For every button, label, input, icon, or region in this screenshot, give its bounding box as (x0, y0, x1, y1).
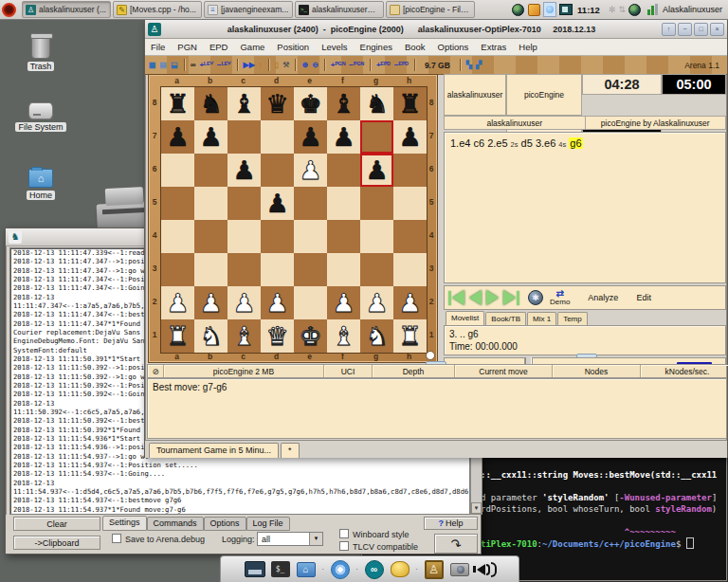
black-knight-piece[interactable]: ♞ (365, 87, 388, 120)
menu-extras[interactable]: Extras (481, 42, 506, 52)
chess-board[interactable]: abcdefgh abcdefgh 87654321 87654321 ♜♞♝♛… (148, 74, 438, 363)
square-e6[interactable]: ♟ (294, 154, 327, 187)
board-icon[interactable]: ▦ (149, 62, 156, 69)
square-f5[interactable] (327, 187, 360, 220)
taskbar-window-button[interactable]: >_alaskalinuxuser@... (295, 1, 384, 18)
square-c1[interactable]: ♝ (228, 319, 261, 353)
white-bishop-piece[interactable]: ♝ (332, 319, 355, 353)
menu-options[interactable]: Options (438, 42, 469, 52)
winboard-style-checkbox[interactable]: Winboard style (339, 529, 410, 539)
maximize-button[interactable]: □ (694, 23, 708, 36)
clock[interactable]: 11:12 (577, 5, 600, 15)
first-move-button[interactable] (448, 288, 464, 307)
menu-help[interactable]: Help (519, 42, 537, 52)
checkbox-icon[interactable] (112, 534, 121, 543)
black-pawn-piece[interactable]: ♟ (232, 154, 255, 187)
minus-epd-icon[interactable]: −ᴱᴾᴰ (394, 62, 409, 69)
square-a8[interactable]: ♜ (161, 87, 194, 120)
square-g7[interactable] (360, 120, 393, 154)
white-pawn-piece[interactable]: ♟ (332, 286, 355, 319)
square-a7[interactable]: ♟ (161, 120, 194, 154)
square-f4[interactable] (327, 220, 360, 253)
square-c7[interactable] (228, 120, 261, 154)
square-d5[interactable]: ♟ (261, 187, 294, 220)
dock-volume-icon[interactable] (475, 559, 496, 580)
square-a4[interactable] (161, 220, 194, 253)
square-d1[interactable]: ♛ (261, 319, 294, 353)
black-pawn-piece[interactable]: ♟ (265, 187, 288, 220)
white-pawn-piece[interactable]: ♟ (199, 286, 222, 319)
white-bishop-piece[interactable]: ♝ (232, 319, 255, 353)
debug-tab-commands[interactable]: Commands (147, 517, 204, 531)
board-squares[interactable]: ♜♞♝♛♚♝♞♜♟♟♟♟♟♟♟♟♟♟♟♟♟♟♟♟♜♞♝♛♚♝♞♜ (160, 86, 428, 354)
menu-engines[interactable]: Engines (360, 42, 392, 52)
white-pawn-piece[interactable]: ♟ (265, 286, 288, 319)
square-c2[interactable]: ♟ (228, 286, 261, 319)
clear-button[interactable]: Clear (13, 517, 100, 531)
square-f2[interactable]: ♟ (327, 286, 360, 319)
dock-arduino-icon[interactable]: ∞ (364, 559, 385, 580)
menu-book[interactable]: Book (405, 42, 426, 52)
save-to-arena-checkbox[interactable]: Save to Arena.debug (112, 534, 205, 544)
autoplay-clock-icon[interactable]: ✱ (528, 290, 543, 305)
debug-tab-options[interactable]: Options (204, 517, 246, 531)
taskbar-username[interactable]: Alaskalinuxuser (663, 5, 722, 14)
updown-icon[interactable]: ↕ (259, 62, 263, 69)
open-icon[interactable]: ▤ (160, 62, 168, 69)
white-knight-piece[interactable]: ♞ (199, 319, 222, 353)
white-rook-piece[interactable]: ♜ (398, 319, 421, 353)
layout-grid2-icon[interactable]: ▞ (476, 62, 482, 69)
square-h7[interactable]: ♟ (393, 120, 427, 154)
desktop-icon-file-system[interactable]: File System (8, 102, 74, 132)
autoplay-icon[interactable]: ▶▶ (244, 62, 255, 69)
square-g6[interactable]: ♟ (360, 154, 393, 187)
network-bars-icon[interactable] (647, 4, 658, 15)
redo-arrow-button[interactable]: ↷ (434, 534, 478, 554)
close-button[interactable]: × (710, 23, 724, 36)
menu-file[interactable]: File (151, 42, 165, 52)
tab-mix-1[interactable]: Mix 1 (527, 312, 556, 325)
square-d3[interactable] (261, 253, 294, 286)
square-d8[interactable]: ♛ (261, 87, 294, 120)
square-f3[interactable] (327, 253, 360, 286)
square-e3[interactable] (294, 253, 327, 286)
demo-button[interactable]: ⇄ Demo (550, 289, 570, 306)
black-rook-piece[interactable]: ♜ (166, 87, 189, 120)
square-g3[interactable] (360, 253, 393, 286)
menu-epd[interactable]: EPD (209, 42, 228, 52)
analyze-button[interactable]: Analyze (588, 293, 618, 302)
square-h3[interactable] (393, 253, 427, 286)
white-knight-piece[interactable]: ♞ (365, 319, 388, 353)
engine-column-1[interactable]: picoEngine 2 MB (164, 365, 324, 377)
zoom-in-icon[interactable]: ⊕ (301, 62, 308, 69)
taskbar-window-button[interactable]: [picoEngine - File ... (386, 1, 475, 18)
edit-button[interactable]: Edit (636, 293, 651, 302)
previous-move-button[interactable] (469, 288, 482, 307)
white-pawn-piece[interactable]: ♟ (299, 154, 321, 187)
engine-column-5[interactable]: Nodes (553, 365, 641, 377)
layout-grid-icon[interactable]: ▚ (466, 62, 472, 69)
square-f6[interactable] (327, 154, 360, 187)
engine-column-0[interactable]: ⊘ (148, 365, 164, 377)
menu-position[interactable]: Position (277, 42, 309, 52)
square-d4[interactable] (261, 220, 294, 253)
square-f7[interactable]: ♟ (327, 120, 360, 154)
black-pawn-piece[interactable]: ♟ (299, 120, 321, 154)
checkbox-icon[interactable] (339, 529, 349, 538)
square-e8[interactable]: ♚ (294, 87, 327, 120)
black-knight-piece[interactable]: ♞ (199, 87, 222, 120)
move-list[interactable]: 1.e4 c6 2.e5 2s d5 3.e6 4s g6 (444, 132, 726, 283)
help-button[interactable]: ?Help (424, 517, 478, 530)
square-e5[interactable] (294, 187, 327, 220)
desktop-icon-trash[interactable]: Trash (8, 36, 74, 71)
square-a6[interactable] (161, 154, 194, 187)
scroll-down-icon[interactable]: ▼ (471, 502, 482, 514)
square-a1[interactable]: ♜ (161, 319, 194, 353)
save-icon[interactable]: ⬓ (171, 62, 178, 69)
minus-lev-icon[interactable]: −ᴸᴱⱽ (217, 62, 231, 69)
white-king-piece[interactable]: ♚ (299, 319, 321, 353)
black-rook-piece[interactable]: ♜ (398, 87, 421, 120)
square-c6[interactable]: ♟ (228, 154, 261, 187)
taskbar-window-button[interactable]: ✎[Moves.cpp - /ho... (113, 1, 202, 18)
square-g8[interactable]: ♞ (360, 87, 393, 120)
